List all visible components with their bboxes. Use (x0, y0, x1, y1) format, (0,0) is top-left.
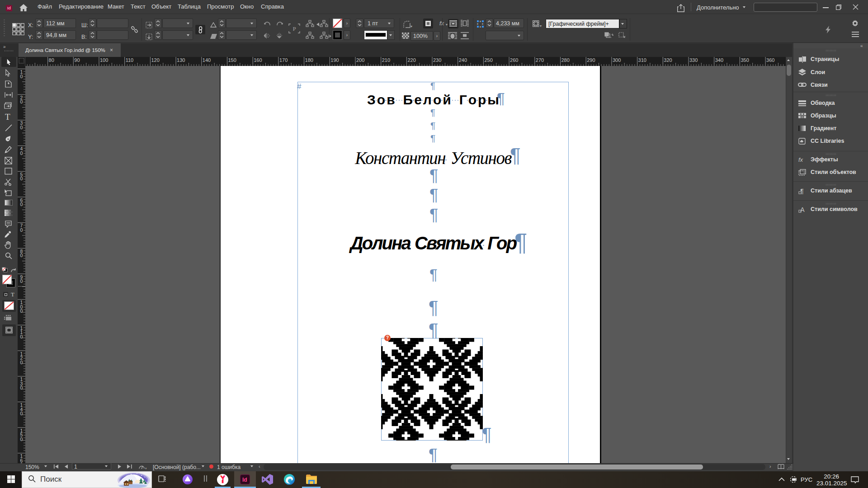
svg-text:0: 0 (20, 125, 23, 130)
svg-text:0: 0 (20, 436, 23, 442)
svg-text:P: P (292, 25, 296, 32)
svg-text:240: 240 (459, 57, 467, 63)
svg-text:0: 0 (20, 308, 23, 314)
svg-text:330: 330 (689, 57, 698, 63)
svg-text:130: 130 (177, 57, 185, 63)
svg-text:170: 170 (279, 57, 288, 63)
svg-text:350: 350 (741, 57, 749, 63)
svg-text:80: 80 (49, 57, 54, 63)
svg-text:270: 270 (536, 57, 544, 63)
svg-text:230: 230 (433, 57, 441, 63)
svg-text:260: 260 (510, 57, 518, 63)
svg-text:200: 200 (356, 57, 364, 63)
svg-text:190: 190 (330, 57, 339, 63)
svg-text:180: 180 (305, 57, 313, 63)
svg-text:250: 250 (484, 57, 492, 63)
svg-text:140: 140 (203, 57, 211, 63)
svg-text:0: 0 (20, 411, 23, 416)
svg-text:0: 0 (20, 253, 23, 258)
svg-text:160: 160 (254, 57, 262, 63)
svg-text:150: 150 (228, 57, 236, 63)
svg-text:0: 0 (20, 334, 23, 339)
svg-text:290: 290 (587, 57, 595, 63)
svg-text:0: 0 (20, 278, 23, 284)
svg-text:0: 0 (20, 385, 23, 390)
svg-text:110: 110 (126, 57, 134, 63)
svg-text:¶: ¶ (800, 188, 804, 194)
svg-text:0: 0 (20, 74, 23, 79)
svg-text:90: 90 (74, 57, 80, 63)
svg-text:300: 300 (613, 57, 621, 63)
svg-text:100: 100 (100, 57, 108, 63)
svg-text:360: 360 (766, 57, 774, 63)
svg-text:210: 210 (382, 57, 390, 63)
svg-text:0: 0 (20, 150, 23, 156)
svg-text:0: 0 (20, 176, 23, 181)
svg-text:220: 220 (407, 57, 415, 63)
svg-text:0: 0 (20, 202, 23, 207)
svg-text:120: 120 (151, 57, 159, 63)
svg-text:320: 320 (664, 57, 672, 63)
svg-text:280: 280 (561, 57, 570, 63)
svg-text:310: 310 (638, 57, 646, 63)
svg-text:340: 340 (715, 57, 723, 63)
svg-text:0: 0 (20, 360, 23, 365)
svg-text:0: 0 (20, 227, 23, 233)
svg-text:0: 0 (20, 99, 23, 104)
